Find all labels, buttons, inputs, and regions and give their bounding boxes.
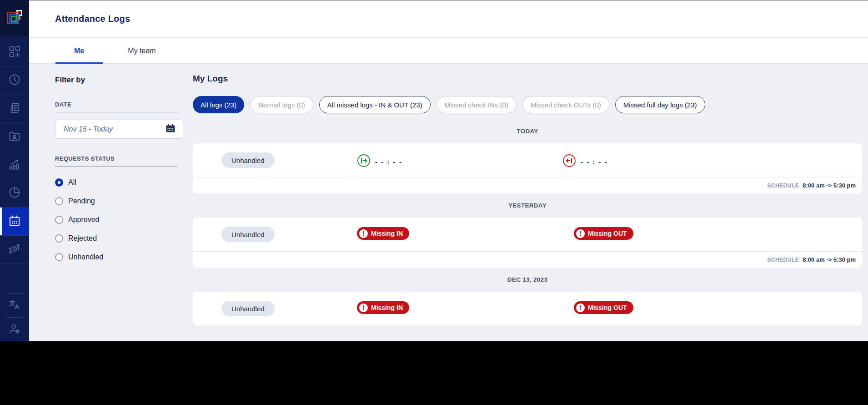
pie-chart-icon: [8, 186, 21, 201]
sidebar-item-time[interactable]: [0, 66, 29, 95]
section-date-yesterday: YESTERDAY: [193, 193, 862, 218]
check-out-icon: [562, 153, 577, 170]
check-in-icon: [356, 153, 371, 170]
chip-normal-logs[interactable]: Normal logs (0): [250, 96, 313, 113]
tab-me[interactable]: Me: [55, 38, 103, 64]
chart-growth-icon: [8, 157, 21, 173]
calendar-picker-icon[interactable]: [165, 123, 176, 136]
page-header: Attendance Logs: [29, 0, 868, 38]
status-badge: Unhandled: [221, 152, 275, 168]
section-date-today: TODAY: [193, 119, 862, 143]
schedule-strip: SCHEDULE 8:00 am -> 5:30 pm: [193, 177, 862, 193]
sidebar-nav: [0, 38, 29, 264]
schedule-value: 8:00 am -> 5:30 pm: [803, 256, 856, 263]
sidebar-item-attendance[interactable]: [0, 208, 29, 236]
sidebar-item-dashboard[interactable]: [0, 38, 29, 66]
my-logs-section: My Logs All logs (23) Normal logs (0) Al…: [193, 64, 862, 325]
log-row[interactable]: Unhandled ! Missing IN ! Missing OUT: [193, 218, 862, 251]
chip-all-missed-logs[interactable]: All missed logs - IN & OUT (23): [319, 96, 431, 113]
page-title: Attendance Logs: [55, 14, 130, 24]
sidebar-item-language[interactable]: [0, 294, 29, 317]
check-out-time: - - : - -: [581, 158, 608, 166]
radio-button[interactable]: [55, 234, 63, 243]
missing-out-badge: ! Missing OUT: [574, 227, 633, 240]
tab-bar: Me My team: [29, 38, 868, 64]
schedule-value: 8:00 am -> 5:30 pm: [803, 182, 856, 189]
sidebar-bottom: [0, 293, 29, 341]
radio-unhandled[interactable]: Unhandled: [55, 248, 188, 266]
log-filter-chips: All logs (23) Normal logs (0) All missed…: [193, 96, 862, 113]
documents-icon: [8, 101, 21, 116]
chip-missed-full-day-logs[interactable]: Missed full day logs (23): [615, 96, 705, 113]
schedule-strip: SCHEDULE 8:00 am -> 5:30 pm: [193, 251, 862, 268]
people-sync-icon: [8, 242, 21, 258]
radio-pending[interactable]: Pending: [55, 192, 188, 210]
sidebar-item-performance[interactable]: [0, 151, 29, 179]
radio-button[interactable]: [55, 197, 63, 205]
schedule-label: SCHEDULE: [767, 257, 799, 263]
requests-status-options: All Pending Approved Rejected Unhandled: [55, 173, 188, 266]
clock-icon: [8, 73, 21, 88]
log-card-yesterday: Unhandled ! Missing IN ! Missing OUT SCH…: [193, 218, 862, 268]
radio-rejected[interactable]: Rejected: [55, 229, 188, 248]
status-badge: Unhandled: [221, 301, 275, 316]
filter-title: Filter by: [55, 76, 188, 85]
schedule-label: SCHEDULE: [767, 182, 799, 189]
date-range-value: Nov 15 - Today: [64, 125, 165, 133]
requests-status-label: REQUESTS STATUS: [55, 155, 188, 162]
sidebar-item-user-settings[interactable]: [0, 318, 29, 341]
sidebar-item-reports[interactable]: [0, 179, 29, 208]
sidebar-item-people-sync[interactable]: [0, 236, 29, 264]
chip-missed-check-ins[interactable]: Missed check INs (0): [437, 96, 517, 113]
tab-my-team[interactable]: My team: [103, 38, 181, 64]
keka-logo-icon: [6, 10, 23, 26]
status-badge: Unhandled: [221, 227, 275, 242]
window-top-edge: [29, 0, 868, 1]
check-in-time: - - : - -: [375, 158, 402, 166]
alert-icon: !: [359, 304, 368, 312]
radio-all[interactable]: All: [55, 173, 188, 192]
date-filter-label: DATE: [55, 101, 188, 108]
log-card-dec13: Unhandled ! Missing IN ! Missing OUT: [193, 292, 862, 325]
radio-button[interactable]: [55, 253, 63, 261]
calendar-icon: [8, 214, 21, 229]
sidebar-item-employees[interactable]: [0, 123, 29, 151]
folder-person-icon: [8, 129, 21, 145]
app-logo[interactable]: [0, 0, 29, 36]
log-row[interactable]: Unhandled - - : - - - - : - -: [193, 143, 862, 177]
dashboard-grid-icon: [8, 45, 21, 60]
alert-icon: !: [576, 229, 585, 238]
alert-icon: !: [359, 229, 368, 238]
section-date-dec13: DEC 13, 2023: [193, 268, 862, 292]
content-area: Filter by DATE Nov 15 - Today REQUESTS S…: [29, 64, 868, 341]
radio-button-selected[interactable]: [55, 178, 63, 187]
person-gear-icon: [8, 322, 21, 337]
filter-panel: Filter by DATE Nov 15 - Today REQUESTS S…: [55, 76, 188, 266]
divider: [55, 112, 178, 112]
log-card-today: Unhandled - - : - - - - : - - SCHEDULE 8…: [193, 143, 862, 193]
radio-approved[interactable]: Approved: [55, 210, 188, 229]
radio-button[interactable]: [55, 216, 63, 224]
sidebar-item-documents[interactable]: [0, 95, 29, 123]
app-window: Attendance Logs Me My team Filter by DAT…: [0, 0, 868, 341]
section-title: My Logs: [193, 74, 862, 84]
alert-icon: !: [576, 304, 585, 312]
log-row[interactable]: Unhandled ! Missing IN ! Missing OUT: [193, 292, 862, 325]
chip-missed-check-outs[interactable]: Missed check OUTs (0): [522, 96, 609, 113]
chip-all-logs[interactable]: All logs (23): [193, 96, 244, 113]
sidebar: [0, 0, 29, 341]
letterbox-bottom: [0, 341, 868, 405]
missing-in-badge: ! Missing IN: [357, 301, 409, 314]
divider: [55, 166, 178, 167]
translate-icon: [8, 298, 21, 313]
date-range-input[interactable]: Nov 15 - Today: [55, 120, 183, 139]
missing-out-badge: ! Missing OUT: [574, 301, 633, 314]
missing-in-badge: ! Missing IN: [357, 227, 409, 240]
